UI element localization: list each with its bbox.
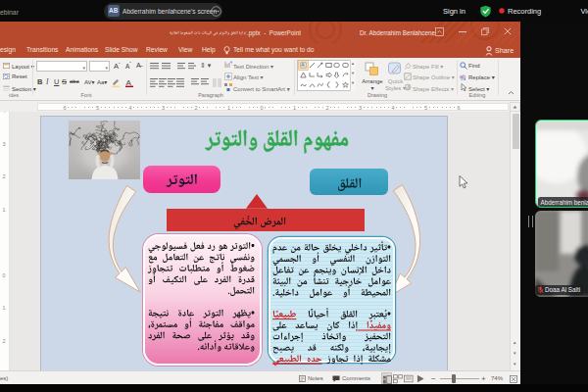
participant-video-2[interactable] — [535, 211, 588, 297]
shape-gallery-cell-14 — [317, 81, 323, 88]
ribbon-tab-1[interactable]: Transitions — [26, 46, 58, 53]
recording-dot-icon — [499, 8, 505, 14]
zoom-in-button[interactable]: + — [481, 374, 486, 383]
panel-resize-handle[interactable] — [528, 216, 533, 227]
security-shield-icon — [479, 5, 492, 18]
gallery-more-icon[interactable]: ▼ — [351, 80, 355, 85]
horizontal-ruler[interactable]: 6543210123456 — [37, 103, 509, 112]
hruler-number: 5 — [96, 105, 99, 111]
shape-gallery-cell-6 — [300, 72, 307, 78]
shape-effects-icon — [404, 83, 412, 91]
next-slide-icon[interactable]: ▼ — [513, 351, 516, 356]
scroll-down-icon[interactable]: ▼ — [513, 362, 516, 367]
mouse-cursor — [459, 175, 468, 189]
restore-icon — [481, 27, 489, 35]
quick-styles-icon — [387, 61, 403, 76]
shape-gallery-cell-17 — [342, 81, 349, 88]
participant-video-1[interactable] — [536, 121, 588, 208]
shape-gallery-cell-9 — [325, 72, 332, 78]
ruler-row: 6543210123456 — [0, 101, 520, 112]
slide-title-text — [206, 116, 352, 164]
participants-panel: Abderrahim benla Doaa Al Salti — [520, 0, 588, 392]
lightbulb-icon — [223, 46, 230, 55]
vertical-scrollbar[interactable]: ▲ ▼ ▼ — [510, 112, 521, 371]
tell-me-box[interactable]: Tell me what you want to do — [233, 46, 315, 53]
notes-button[interactable]: Notes — [308, 375, 323, 381]
shape-fill-icon — [404, 62, 412, 70]
ribbon-tab-3[interactable]: Slide Show — [105, 46, 137, 53]
normal-view-button[interactable] — [381, 372, 392, 384]
hruler-number: 4 — [392, 105, 395, 111]
share-button[interactable]: Share — [495, 46, 514, 55]
ribbon-display-options-icon — [435, 27, 444, 36]
ribbon-tab-6[interactable]: Help — [202, 46, 216, 53]
find-icon — [460, 62, 467, 70]
shape-gallery-cell-11 — [342, 72, 349, 78]
status-left-partial: es) — [0, 375, 8, 381]
hruler-number: 3 — [162, 105, 165, 111]
shared-screen-pill[interactable]: AB Abderrahim benlahcene's screen — [104, 3, 222, 21]
view-button[interactable]: View — [581, 7, 588, 16]
arrange-icon — [365, 62, 379, 76]
ribbon-tab-4[interactable]: Review — [146, 46, 168, 53]
ribbon-tab-0[interactable]: esign — [0, 46, 16, 53]
slideshow-button[interactable] — [416, 372, 426, 384]
bottom-black-strip — [0, 384, 588, 392]
hruler-number: 2 — [326, 105, 329, 111]
close-icon — [504, 27, 512, 35]
gallery-down-icon[interactable]: ▼ — [351, 71, 355, 75]
shape-effects-button[interactable]: Shape Effects ▾ — [413, 85, 454, 92]
gallery-up-icon[interactable]: ▲ — [351, 61, 355, 66]
participant-tile[interactable]: Doaa Al Salti — [535, 211, 588, 297]
reading-view-button[interactable] — [404, 372, 415, 384]
participant-name-label: Abderrahim benla — [538, 197, 588, 207]
zoom-slider-track[interactable] — [440, 378, 479, 379]
participant-tile-active[interactable]: Abderrahim benla — [535, 120, 588, 208]
select-button[interactable]: Select ▾ — [468, 85, 489, 92]
titlebar-filename-arabic — [170, 28, 249, 37]
hruler-number: 4 — [129, 105, 132, 111]
ppt-title-bar: .pptx - PowerPoint Dr. Abderrahim Benlah… — [0, 22, 520, 44]
shape-gallery-cell-16 — [333, 81, 340, 88]
banner-text — [233, 211, 289, 233]
collapse-ribbon-icon — [508, 90, 514, 95]
share-person-icon — [485, 46, 493, 56]
shape-gallery-cell-13 — [309, 81, 316, 88]
prev-slide-icon[interactable]: ▲ — [513, 340, 516, 345]
titlebar-filename-suffix: .pptx - PowerPoint — [247, 29, 301, 36]
shape-gallery-cell-8 — [317, 72, 323, 78]
banner-up-arrow — [244, 193, 270, 209]
stress-box-text — [167, 165, 200, 196]
hruler-number: 6 — [458, 105, 461, 111]
shape-outline-button[interactable]: Shape Outline ▾ — [413, 74, 455, 80]
shape-fill-button[interactable]: Shape Fill ▾ — [413, 63, 443, 70]
anxiety-box-text — [337, 170, 365, 199]
powerpoint-window: .pptx - PowerPoint Dr. Abderrahim Benlah… — [0, 22, 520, 384]
find-button[interactable]: Find — [468, 63, 480, 69]
shape-gallery-cell-0: A — [300, 62, 307, 69]
zoom-slider-thumb[interactable] — [452, 374, 456, 383]
screen: ebinar AB Abderrahim benlahcene's screen… — [0, 0, 588, 392]
replace-button[interactable]: Replace ▾ — [468, 74, 495, 80]
hruler-number: 6 — [64, 105, 67, 111]
account-name[interactable]: Dr. Abderrahim Benlahcene — [360, 29, 435, 36]
drawing-dialog-launcher[interactable]: ⌐ — [444, 87, 447, 93]
ribbon-tab-2[interactable]: Animations — [66, 46, 98, 53]
comments-button[interactable]: Comments — [342, 375, 370, 381]
stress-photo[interactable] — [69, 121, 140, 179]
shape-gallery-cell-12 — [300, 81, 307, 88]
sign-in-button[interactable]: Sign in — [443, 7, 466, 16]
shape-gallery-cell-15 — [325, 81, 332, 88]
ribbon-tab-5[interactable]: View — [178, 46, 192, 53]
zoom-out-button[interactable]: − — [431, 374, 436, 383]
comments-icon — [332, 375, 340, 382]
shape-gallery-cell-7 — [309, 72, 316, 78]
replace-icon: ab — [460, 73, 467, 80]
hruler-number: 1 — [293, 105, 296, 111]
scroll-up-button[interactable] — [510, 102, 520, 112]
scrollbar-thumb[interactable] — [513, 114, 519, 149]
participant-name-label: Doaa Al Salti — [535, 285, 583, 295]
fit-to-window-icon — [510, 375, 517, 383]
zoom-level[interactable]: 74% — [491, 375, 503, 381]
slide-sorter-button[interactable] — [393, 372, 404, 384]
